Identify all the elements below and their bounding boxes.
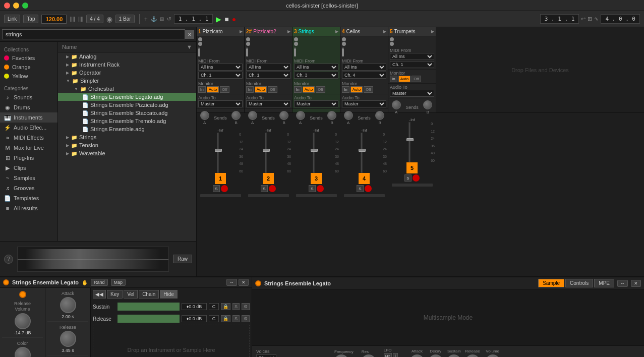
audio-to-select-1[interactable]: Master bbox=[198, 100, 243, 107]
search-clear-button[interactable]: ✕ bbox=[185, 30, 194, 39]
record-button[interactable]: ● bbox=[232, 15, 236, 23]
fader-handle-1[interactable] bbox=[215, 149, 222, 152]
monitor-in-btn-4[interactable]: In bbox=[342, 86, 349, 93]
monitor-in-btn-3[interactable]: In bbox=[294, 86, 302, 93]
macro-power-btn-1[interactable] bbox=[19, 291, 26, 298]
channel-number-btn-4[interactable]: 4 bbox=[359, 173, 370, 184]
rand-button[interactable]: Rand bbox=[91, 279, 108, 286]
rec-btn-3[interactable] bbox=[317, 185, 324, 192]
sidebar-item-yellow[interactable]: Yellow bbox=[0, 72, 57, 81]
solo-btn-3[interactable]: S bbox=[309, 185, 315, 192]
list-item[interactable]: ▼ 📁 Simpler bbox=[58, 77, 196, 85]
list-item[interactable]: ▶ 📁 Wavetable bbox=[58, 149, 196, 157]
release-edit-btn[interactable]: S bbox=[232, 315, 240, 322]
send-b-knob-4[interactable] bbox=[375, 111, 384, 120]
freq-knob[interactable] bbox=[334, 354, 348, 357]
send-a-knob-3[interactable] bbox=[296, 111, 305, 120]
sustain-knob[interactable] bbox=[447, 354, 461, 358]
midi-ch-select-4[interactable]: Ch. 4 bbox=[342, 72, 386, 79]
fader-handle-3[interactable] bbox=[311, 149, 318, 152]
macro-knob-5[interactable] bbox=[60, 297, 76, 313]
help-button[interactable]: ? bbox=[4, 255, 13, 264]
macro-knob-2[interactable] bbox=[15, 347, 31, 357]
list-item[interactable]: 📄 Strings Ensemble Staccato.adg bbox=[58, 109, 196, 117]
volume-fader-2[interactable] bbox=[265, 133, 267, 173]
search-input[interactable] bbox=[2, 29, 185, 39]
tab-mpe[interactable]: MPE bbox=[594, 279, 614, 287]
bar-btn[interactable]: 1 Bar bbox=[115, 15, 135, 23]
sidebar-item-instruments[interactable]: 🎹 Instruments bbox=[0, 112, 57, 123]
sidebar-item-templates[interactable]: 📄 Templates bbox=[0, 193, 57, 203]
audio-to-select-4[interactable]: Master bbox=[342, 100, 386, 107]
res-knob[interactable] bbox=[362, 354, 376, 357]
send-a-knob-4[interactable] bbox=[344, 111, 353, 120]
send-b-knob-5[interactable] bbox=[423, 100, 432, 109]
send-a-knob-1[interactable] bbox=[200, 111, 209, 120]
instrument-drop-zone[interactable]: Drop an Instrument or Sample Here bbox=[93, 325, 250, 357]
sidebar-item-midi-effects[interactable]: ≈ MIDI Effects bbox=[0, 133, 57, 143]
sidebar-item-max-for-live[interactable]: M Max for Live bbox=[0, 143, 57, 153]
rec-btn-4[interactable] bbox=[365, 185, 372, 192]
list-item[interactable]: ▶ 📁 Instrument Rack bbox=[58, 61, 196, 69]
play-button[interactable]: ▶ bbox=[216, 15, 221, 23]
macro-knob-1[interactable] bbox=[15, 313, 31, 329]
sidebar-item-all-results[interactable]: ≡ All results bbox=[0, 203, 57, 213]
sidebar-item-orange[interactable]: Orange bbox=[0, 63, 57, 72]
volume-fader-3[interactable] bbox=[313, 133, 315, 173]
list-item[interactable]: 📄 Strings Ensemble.adg bbox=[58, 125, 196, 133]
list-item[interactable]: ▼ 📁 Orchestral bbox=[58, 85, 196, 93]
midi-from-select-4[interactable]: All Ins bbox=[342, 64, 386, 71]
track-menu-1[interactable]: ▶ bbox=[240, 29, 243, 34]
key-tab[interactable]: Key bbox=[107, 290, 123, 299]
voices-select[interactable]: 32 bbox=[256, 354, 276, 358]
monitor-off-btn-3[interactable]: Off bbox=[316, 86, 325, 93]
list-item[interactable]: 📄 Strings Ensemble Legato.adg bbox=[58, 93, 196, 101]
release-knob[interactable] bbox=[465, 354, 480, 358]
midi-ch-select-5[interactable]: Ch. 1 bbox=[390, 61, 434, 68]
monitor-in-btn-5[interactable]: In bbox=[390, 76, 397, 82]
tab-controls[interactable]: Controls bbox=[565, 279, 593, 287]
release-bar[interactable] bbox=[118, 315, 180, 323]
stop-button[interactable]: ■ bbox=[224, 15, 228, 23]
monitor-off-btn-1[interactable]: Off bbox=[220, 86, 229, 93]
monitor-off-btn-2[interactable]: Off bbox=[268, 86, 277, 93]
add-icon[interactable]: + bbox=[144, 16, 148, 23]
close-button[interactable] bbox=[4, 3, 10, 9]
sustain-bar[interactable] bbox=[118, 303, 180, 311]
fader-handle-2[interactable] bbox=[263, 149, 270, 152]
track-menu-4[interactable]: ▶ bbox=[383, 29, 386, 34]
rec-btn-1[interactable] bbox=[221, 185, 228, 192]
channel-number-btn-2[interactable]: 2 bbox=[263, 173, 274, 184]
release-chain-btn[interactable]: ⚙ bbox=[242, 315, 250, 322]
audio-to-select-3[interactable]: Master bbox=[294, 100, 338, 107]
instrument-power-btn[interactable] bbox=[3, 279, 9, 285]
sidebar-item-sounds[interactable]: ♪ Sounds bbox=[0, 92, 57, 102]
monitor-off-btn-4[interactable]: Off bbox=[364, 86, 373, 93]
instrument-expand-btn[interactable]: ↔ bbox=[226, 279, 237, 286]
vel-tab[interactable]: Vel bbox=[124, 290, 138, 299]
sampler-expand-btn[interactable]: ↔ bbox=[617, 280, 628, 287]
sampler-close-btn[interactable]: ✕ bbox=[631, 280, 641, 287]
raw-button[interactable]: Raw bbox=[173, 255, 192, 263]
list-item[interactable]: ▶ 📁 Analog bbox=[58, 52, 196, 61]
time-sig[interactable]: 4 / 4 bbox=[86, 15, 103, 23]
prev-chain-btn[interactable]: ◀◀ bbox=[93, 290, 106, 299]
decay-knob[interactable] bbox=[429, 354, 443, 358]
channel-number-btn-5[interactable]: 5 bbox=[406, 162, 418, 173]
midi-from-select-5[interactable]: All Ins bbox=[390, 53, 434, 60]
midi-ch-select-2[interactable]: Ch. 1 bbox=[246, 72, 290, 79]
send-b-knob-3[interactable] bbox=[327, 111, 336, 120]
sidebar-item-favorites[interactable]: Favorites bbox=[0, 53, 57, 63]
hide-tab[interactable]: Hide bbox=[160, 290, 178, 299]
sort-arrow[interactable]: ▼ bbox=[187, 44, 192, 50]
monitor-auto-btn-3[interactable]: Auto bbox=[303, 86, 315, 93]
monitor-in-btn-2[interactable]: In bbox=[246, 86, 254, 93]
audio-to-select-2[interactable]: Master bbox=[246, 100, 290, 107]
solo-btn-4[interactable]: S bbox=[357, 185, 363, 192]
solo-btn-2[interactable]: S bbox=[261, 185, 267, 192]
audio-to-select-5[interactable]: Master bbox=[390, 90, 434, 97]
sidebar-item-plugins[interactable]: ⊞ Plug-Ins bbox=[0, 153, 57, 163]
lfo-hz-btn[interactable]: Hz bbox=[384, 353, 392, 357]
monitor-auto-btn-1[interactable]: Auto bbox=[207, 86, 219, 93]
sustain-chain-btn[interactable]: ⚙ bbox=[242, 303, 250, 310]
